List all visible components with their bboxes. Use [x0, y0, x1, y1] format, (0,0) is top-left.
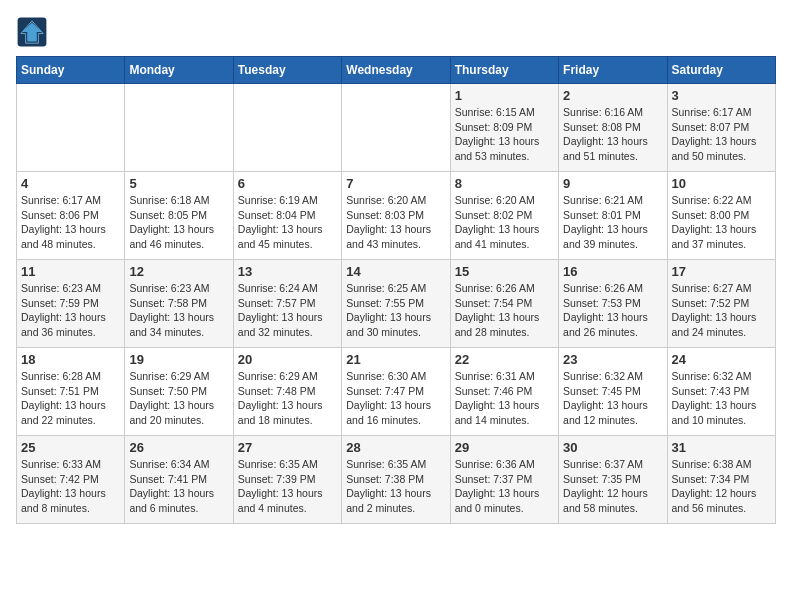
- day-info: Sunrise: 6:17 AM Sunset: 8:06 PM Dayligh…: [21, 193, 120, 252]
- day-info: Sunrise: 6:15 AM Sunset: 8:09 PM Dayligh…: [455, 105, 554, 164]
- day-number: 5: [129, 176, 228, 191]
- day-number: 4: [21, 176, 120, 191]
- day-number: 30: [563, 440, 662, 455]
- day-info: Sunrise: 6:34 AM Sunset: 7:41 PM Dayligh…: [129, 457, 228, 516]
- calendar-cell: 27Sunrise: 6:35 AM Sunset: 7:39 PM Dayli…: [233, 436, 341, 524]
- logo: [16, 16, 52, 48]
- day-info: Sunrise: 6:23 AM Sunset: 7:58 PM Dayligh…: [129, 281, 228, 340]
- day-info: Sunrise: 6:18 AM Sunset: 8:05 PM Dayligh…: [129, 193, 228, 252]
- weekday-header: Wednesday: [342, 57, 450, 84]
- calendar-table: SundayMondayTuesdayWednesdayThursdayFrid…: [16, 56, 776, 524]
- day-info: Sunrise: 6:19 AM Sunset: 8:04 PM Dayligh…: [238, 193, 337, 252]
- calendar-cell: [342, 84, 450, 172]
- day-info: Sunrise: 6:26 AM Sunset: 7:54 PM Dayligh…: [455, 281, 554, 340]
- day-number: 23: [563, 352, 662, 367]
- day-info: Sunrise: 6:27 AM Sunset: 7:52 PM Dayligh…: [672, 281, 771, 340]
- day-number: 27: [238, 440, 337, 455]
- calendar-cell: 26Sunrise: 6:34 AM Sunset: 7:41 PM Dayli…: [125, 436, 233, 524]
- day-info: Sunrise: 6:25 AM Sunset: 7:55 PM Dayligh…: [346, 281, 445, 340]
- weekday-header: Tuesday: [233, 57, 341, 84]
- day-number: 26: [129, 440, 228, 455]
- day-info: Sunrise: 6:17 AM Sunset: 8:07 PM Dayligh…: [672, 105, 771, 164]
- calendar-header-row: SundayMondayTuesdayWednesdayThursdayFrid…: [17, 57, 776, 84]
- day-info: Sunrise: 6:35 AM Sunset: 7:38 PM Dayligh…: [346, 457, 445, 516]
- logo-icon: [16, 16, 48, 48]
- day-number: 20: [238, 352, 337, 367]
- day-number: 6: [238, 176, 337, 191]
- calendar-cell: 14Sunrise: 6:25 AM Sunset: 7:55 PM Dayli…: [342, 260, 450, 348]
- calendar-cell: 18Sunrise: 6:28 AM Sunset: 7:51 PM Dayli…: [17, 348, 125, 436]
- day-info: Sunrise: 6:32 AM Sunset: 7:43 PM Dayligh…: [672, 369, 771, 428]
- day-number: 31: [672, 440, 771, 455]
- weekday-header: Thursday: [450, 57, 558, 84]
- calendar-cell: 8Sunrise: 6:20 AM Sunset: 8:02 PM Daylig…: [450, 172, 558, 260]
- calendar-cell: 20Sunrise: 6:29 AM Sunset: 7:48 PM Dayli…: [233, 348, 341, 436]
- weekday-header: Monday: [125, 57, 233, 84]
- day-info: Sunrise: 6:35 AM Sunset: 7:39 PM Dayligh…: [238, 457, 337, 516]
- calendar-cell: 30Sunrise: 6:37 AM Sunset: 7:35 PM Dayli…: [559, 436, 667, 524]
- calendar-cell: 10Sunrise: 6:22 AM Sunset: 8:00 PM Dayli…: [667, 172, 775, 260]
- calendar-week-row: 11Sunrise: 6:23 AM Sunset: 7:59 PM Dayli…: [17, 260, 776, 348]
- day-number: 16: [563, 264, 662, 279]
- calendar-cell: 12Sunrise: 6:23 AM Sunset: 7:58 PM Dayli…: [125, 260, 233, 348]
- calendar-cell: 4Sunrise: 6:17 AM Sunset: 8:06 PM Daylig…: [17, 172, 125, 260]
- day-info: Sunrise: 6:32 AM Sunset: 7:45 PM Dayligh…: [563, 369, 662, 428]
- day-number: 21: [346, 352, 445, 367]
- calendar-week-row: 25Sunrise: 6:33 AM Sunset: 7:42 PM Dayli…: [17, 436, 776, 524]
- day-info: Sunrise: 6:20 AM Sunset: 8:02 PM Dayligh…: [455, 193, 554, 252]
- weekday-header: Friday: [559, 57, 667, 84]
- day-info: Sunrise: 6:36 AM Sunset: 7:37 PM Dayligh…: [455, 457, 554, 516]
- day-number: 24: [672, 352, 771, 367]
- day-number: 2: [563, 88, 662, 103]
- calendar-cell: 21Sunrise: 6:30 AM Sunset: 7:47 PM Dayli…: [342, 348, 450, 436]
- day-number: 11: [21, 264, 120, 279]
- calendar-cell: [233, 84, 341, 172]
- day-number: 3: [672, 88, 771, 103]
- calendar-cell: 28Sunrise: 6:35 AM Sunset: 7:38 PM Dayli…: [342, 436, 450, 524]
- calendar-cell: 19Sunrise: 6:29 AM Sunset: 7:50 PM Dayli…: [125, 348, 233, 436]
- day-number: 22: [455, 352, 554, 367]
- calendar-cell: 15Sunrise: 6:26 AM Sunset: 7:54 PM Dayli…: [450, 260, 558, 348]
- day-info: Sunrise: 6:23 AM Sunset: 7:59 PM Dayligh…: [21, 281, 120, 340]
- day-number: 9: [563, 176, 662, 191]
- calendar-week-row: 18Sunrise: 6:28 AM Sunset: 7:51 PM Dayli…: [17, 348, 776, 436]
- day-number: 8: [455, 176, 554, 191]
- day-number: 19: [129, 352, 228, 367]
- day-number: 13: [238, 264, 337, 279]
- calendar-cell: 6Sunrise: 6:19 AM Sunset: 8:04 PM Daylig…: [233, 172, 341, 260]
- calendar-cell: 29Sunrise: 6:36 AM Sunset: 7:37 PM Dayli…: [450, 436, 558, 524]
- day-info: Sunrise: 6:21 AM Sunset: 8:01 PM Dayligh…: [563, 193, 662, 252]
- calendar-cell: 11Sunrise: 6:23 AM Sunset: 7:59 PM Dayli…: [17, 260, 125, 348]
- day-number: 1: [455, 88, 554, 103]
- day-info: Sunrise: 6:37 AM Sunset: 7:35 PM Dayligh…: [563, 457, 662, 516]
- day-number: 28: [346, 440, 445, 455]
- weekday-header: Saturday: [667, 57, 775, 84]
- day-info: Sunrise: 6:38 AM Sunset: 7:34 PM Dayligh…: [672, 457, 771, 516]
- day-info: Sunrise: 6:29 AM Sunset: 7:50 PM Dayligh…: [129, 369, 228, 428]
- calendar-cell: 1Sunrise: 6:15 AM Sunset: 8:09 PM Daylig…: [450, 84, 558, 172]
- day-info: Sunrise: 6:22 AM Sunset: 8:00 PM Dayligh…: [672, 193, 771, 252]
- calendar-cell: 31Sunrise: 6:38 AM Sunset: 7:34 PM Dayli…: [667, 436, 775, 524]
- day-number: 14: [346, 264, 445, 279]
- day-info: Sunrise: 6:31 AM Sunset: 7:46 PM Dayligh…: [455, 369, 554, 428]
- day-info: Sunrise: 6:30 AM Sunset: 7:47 PM Dayligh…: [346, 369, 445, 428]
- day-number: 7: [346, 176, 445, 191]
- calendar-cell: 3Sunrise: 6:17 AM Sunset: 8:07 PM Daylig…: [667, 84, 775, 172]
- calendar-cell: 5Sunrise: 6:18 AM Sunset: 8:05 PM Daylig…: [125, 172, 233, 260]
- calendar-cell: 22Sunrise: 6:31 AM Sunset: 7:46 PM Dayli…: [450, 348, 558, 436]
- calendar-cell: [125, 84, 233, 172]
- day-info: Sunrise: 6:24 AM Sunset: 7:57 PM Dayligh…: [238, 281, 337, 340]
- day-number: 12: [129, 264, 228, 279]
- calendar-cell: 17Sunrise: 6:27 AM Sunset: 7:52 PM Dayli…: [667, 260, 775, 348]
- day-number: 25: [21, 440, 120, 455]
- day-info: Sunrise: 6:29 AM Sunset: 7:48 PM Dayligh…: [238, 369, 337, 428]
- day-info: Sunrise: 6:33 AM Sunset: 7:42 PM Dayligh…: [21, 457, 120, 516]
- calendar-cell: 9Sunrise: 6:21 AM Sunset: 8:01 PM Daylig…: [559, 172, 667, 260]
- calendar-cell: 2Sunrise: 6:16 AM Sunset: 8:08 PM Daylig…: [559, 84, 667, 172]
- calendar-cell: [17, 84, 125, 172]
- day-number: 18: [21, 352, 120, 367]
- day-number: 15: [455, 264, 554, 279]
- day-info: Sunrise: 6:28 AM Sunset: 7:51 PM Dayligh…: [21, 369, 120, 428]
- calendar-cell: 23Sunrise: 6:32 AM Sunset: 7:45 PM Dayli…: [559, 348, 667, 436]
- day-number: 17: [672, 264, 771, 279]
